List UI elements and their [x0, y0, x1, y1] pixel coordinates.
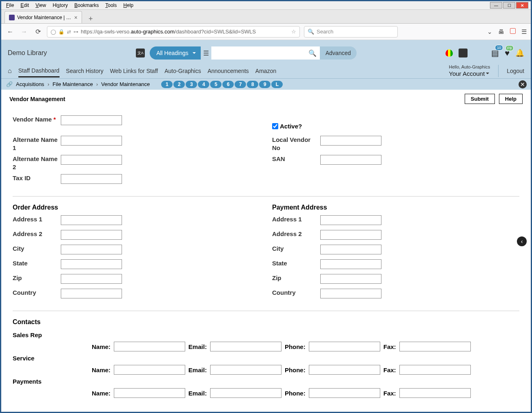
- language-icon[interactable]: 文A: [136, 49, 145, 57]
- active-label: Active?: [280, 123, 302, 130]
- nav-auto-graphics[interactable]: Auto-Graphics: [164, 65, 201, 77]
- browser-tab[interactable]: Vendor Maintenance | SWLS | sv ×: [4, 11, 82, 23]
- reload-button[interactable]: ⟳: [33, 27, 43, 37]
- session-pill[interactable]: 8: [247, 81, 258, 88]
- payments-fax-input[interactable]: [399, 388, 471, 398]
- print-icon[interactable]: 🖶: [498, 28, 504, 35]
- session-pill[interactable]: L: [271, 81, 283, 88]
- nav-search-history[interactable]: Search History: [66, 65, 104, 77]
- home-icon[interactable]: ⌂: [8, 67, 12, 75]
- headings-dropdown[interactable]: All Headings: [150, 46, 201, 60]
- breadcrumb: 🔗 Acquisitions › File Maintenance › Vend…: [1, 78, 531, 90]
- service-phone-input[interactable]: [309, 365, 380, 375]
- payment-zip-input[interactable]: [320, 274, 381, 284]
- advanced-search-button[interactable]: Advanced: [320, 46, 357, 60]
- order-state-input[interactable]: [61, 259, 122, 269]
- session-pill[interactable]: 9: [259, 81, 270, 88]
- hamburger-icon[interactable]: ☰: [521, 28, 527, 35]
- window-maximize-button[interactable]: ☐: [503, 2, 515, 9]
- extension-icon[interactable]: [510, 28, 516, 35]
- order-address2-input[interactable]: [61, 230, 122, 240]
- window-close-button[interactable]: ✕: [516, 2, 528, 9]
- scan-icon[interactable]: [459, 49, 468, 57]
- order-city-input[interactable]: [61, 245, 122, 254]
- order-address1-input[interactable]: [61, 215, 122, 225]
- bookmark-star-icon[interactable]: ☆: [291, 29, 296, 35]
- url-bar[interactable]: ◯ 🔒 ⇄ ⊶ https://qa-swls-verso.auto-graph…: [47, 26, 300, 38]
- session-pill[interactable]: 4: [198, 81, 209, 88]
- menu-file[interactable]: File: [3, 2, 17, 9]
- window-minimize-button[interactable]: —: [490, 2, 502, 9]
- forward-button[interactable]: →: [19, 27, 29, 37]
- tax-id-input[interactable]: [61, 174, 122, 184]
- session-pill[interactable]: 2: [173, 81, 185, 88]
- session-pill[interactable]: 1: [161, 81, 173, 88]
- payment-address1-input[interactable]: [320, 215, 381, 225]
- permissions-icon: ⇄: [67, 29, 71, 35]
- service-name-input[interactable]: [114, 365, 185, 375]
- sidebar-toggle-icon[interactable]: ‹: [517, 236, 527, 246]
- payment-country-input[interactable]: [320, 289, 381, 298]
- sales-phone-input[interactable]: [309, 342, 380, 351]
- menu-edit[interactable]: Edit: [17, 2, 32, 9]
- menu-history[interactable]: History: [49, 2, 71, 9]
- payment-state-input[interactable]: [320, 259, 381, 269]
- close-tab-icon[interactable]: ✕: [519, 80, 527, 88]
- session-tabs: 1 2 3 4 5 6 7 8 9 L: [161, 81, 283, 88]
- payments-email-input[interactable]: [210, 388, 282, 398]
- notifications-icon[interactable]: 🔔: [515, 49, 524, 57]
- order-zip-input[interactable]: [61, 274, 122, 284]
- new-tab-button[interactable]: +: [85, 15, 96, 23]
- help-button[interactable]: Help: [499, 94, 523, 104]
- database-icon[interactable]: ☰: [203, 49, 209, 57]
- bc-acquisitions[interactable]: Acquisitions: [16, 81, 44, 87]
- tab-close-icon[interactable]: ×: [74, 14, 78, 21]
- payment-address2-input[interactable]: [320, 230, 381, 240]
- submit-button[interactable]: Submit: [465, 94, 495, 104]
- sales-fax-input[interactable]: [399, 342, 471, 351]
- session-pill[interactable]: 6: [222, 81, 234, 88]
- nav-announcements[interactable]: Announcements: [208, 65, 249, 77]
- bc-vendor-maintenance[interactable]: Vendor Maintenance: [101, 81, 150, 87]
- alternate-name-2-input[interactable]: [61, 155, 122, 165]
- session-pill[interactable]: 7: [235, 81, 246, 88]
- library-name: Demo Library: [8, 49, 47, 57]
- payment-city-input[interactable]: [320, 245, 381, 254]
- logout-link[interactable]: Logout: [507, 68, 524, 74]
- back-button[interactable]: ←: [5, 27, 15, 37]
- menu-view[interactable]: View: [32, 2, 49, 9]
- balloon-icon[interactable]: [446, 49, 453, 57]
- menu-bookmarks[interactable]: Bookmarks: [71, 2, 102, 9]
- account-dropdown[interactable]: Hello, Auto-Graphics Your Account: [449, 64, 490, 78]
- session-pill[interactable]: 5: [210, 81, 222, 88]
- nav-amazon[interactable]: Amazon: [255, 65, 276, 77]
- menu-help[interactable]: Help: [120, 2, 137, 9]
- sales-email-input[interactable]: [210, 342, 282, 351]
- list-icon[interactable]: ▤10: [491, 48, 499, 58]
- menu-tools[interactable]: Tools: [102, 2, 120, 9]
- service-fax-input[interactable]: [399, 365, 471, 375]
- favorites-badge: F9: [505, 45, 514, 51]
- sales-name-input[interactable]: [114, 342, 185, 351]
- taxid-label: Tax ID: [13, 174, 61, 182]
- bc-file-maintenance[interactable]: File Maintenance: [53, 81, 93, 87]
- browser-search-box[interactable]: 🔍 Search: [304, 26, 398, 38]
- catalog-search-button[interactable]: 🔍: [305, 46, 320, 60]
- active-checkbox[interactable]: [272, 123, 278, 129]
- alternate-name-1-input[interactable]: [61, 136, 122, 146]
- catalog-search-input[interactable]: [211, 46, 305, 60]
- order-country-input[interactable]: [61, 289, 122, 298]
- favorites-icon[interactable]: ♥F9: [505, 49, 510, 58]
- nav-staff-dashboard[interactable]: Staff Dashboard: [18, 65, 60, 77]
- san-input[interactable]: [320, 155, 381, 165]
- session-pill[interactable]: 3: [186, 81, 197, 88]
- vendor-name-input[interactable]: [61, 115, 122, 125]
- browser-menubar: File Edit View History Bookmarks Tools H…: [1, 1, 531, 10]
- nav-web-links[interactable]: Web Links for Staff: [110, 65, 158, 77]
- payments-name-input[interactable]: [114, 388, 185, 398]
- local-vendor-no-input[interactable]: [320, 136, 381, 146]
- payments-phone-input[interactable]: [309, 388, 380, 398]
- service-email-input[interactable]: [210, 365, 282, 375]
- pocket-icon[interactable]: ⌄: [487, 28, 492, 35]
- form-scroll-area[interactable]: Vendor Name * Active? Alternate Name 1: [1, 108, 531, 412]
